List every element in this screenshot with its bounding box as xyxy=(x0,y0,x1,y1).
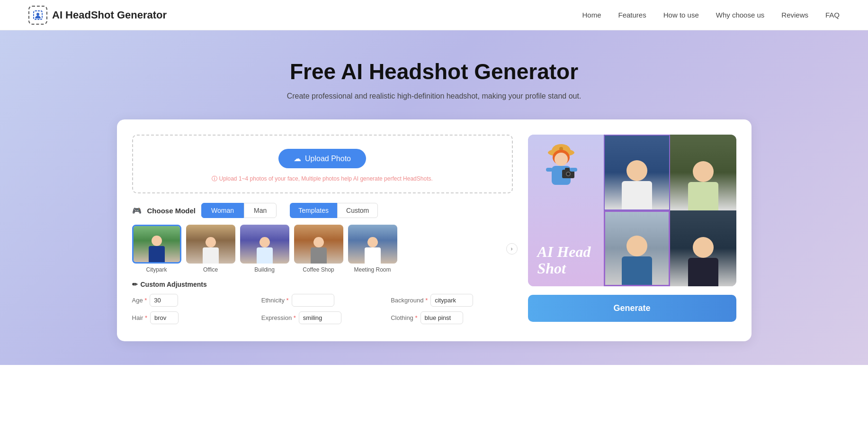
hero-section: Free AI Headshot Generator Create profes… xyxy=(0,30,868,365)
template-building-img xyxy=(240,225,289,264)
svg-point-11 xyxy=(567,173,570,175)
model-section-row: 🎮 Choose Model Woman Man Templates Custo… xyxy=(132,203,513,218)
headshot-grid: AI Head Shot xyxy=(528,135,736,286)
svg-point-6 xyxy=(555,153,568,166)
branding-cell: AI Head Shot xyxy=(528,135,604,286)
model-toggle: Woman Man xyxy=(201,203,277,218)
generate-button[interactable]: Generate xyxy=(528,295,736,322)
template-office-img xyxy=(186,225,235,264)
view-toggle: Templates Custom xyxy=(290,203,378,218)
right-panel: AI Head Shot xyxy=(528,135,736,324)
logo-text: AI HeadShot Generator xyxy=(52,9,167,21)
expression-field: Expression * xyxy=(261,311,383,324)
svg-point-1 xyxy=(36,13,39,16)
hair-field: Hair * xyxy=(132,311,254,324)
hero-subtitle: Create professional and realistic high-d… xyxy=(287,92,582,100)
ethnicity-input[interactable] xyxy=(292,294,334,307)
branding-text: AI Head Shot xyxy=(537,244,594,277)
model-icon: 🎮 xyxy=(132,206,142,215)
hair-label: Hair * xyxy=(132,314,148,321)
age-label: Age * xyxy=(132,297,147,304)
background-input[interactable] xyxy=(430,294,473,307)
model-woman-button[interactable]: Woman xyxy=(201,203,244,218)
nav-reviews[interactable]: Reviews xyxy=(781,11,808,19)
custom-button[interactable]: Custom xyxy=(337,203,378,218)
nav-how-to-use[interactable]: How to use xyxy=(663,11,699,19)
navbar: AI HeadShot Generator Home Features How … xyxy=(0,0,868,30)
template-meetingroom-img xyxy=(348,225,397,264)
age-input[interactable] xyxy=(150,294,178,307)
svg-rect-12 xyxy=(546,168,553,172)
adj-icon: ✏ xyxy=(132,281,138,288)
template-building[interactable]: Building xyxy=(240,225,289,273)
template-meetingroom-label: Meeting Room xyxy=(354,266,391,273)
svg-rect-9 xyxy=(565,168,570,171)
template-coffeeshop-img xyxy=(294,225,343,264)
upload-area: ☁ Upload Photo ⓘ Upload 1~4 photos of yo… xyxy=(132,135,513,193)
illustration xyxy=(533,139,590,191)
template-row: Citypark Office xyxy=(132,225,513,273)
template-office-label: Office xyxy=(203,266,218,273)
logo-icon xyxy=(28,6,47,25)
ethnicity-label: Ethnicity * xyxy=(261,297,289,304)
template-citypark-label: Citypark xyxy=(146,266,167,273)
clothing-label: Clothing * xyxy=(391,314,417,321)
template-coffeeshop[interactable]: Coffee Shop xyxy=(294,225,343,273)
left-panel: ☁ Upload Photo ⓘ Upload 1~4 photos of yo… xyxy=(132,135,513,324)
template-coffeeshop-label: Coffee Shop xyxy=(303,266,334,273)
nav-home[interactable]: Home xyxy=(582,11,601,19)
template-office[interactable]: Office xyxy=(186,225,235,273)
background-label: Background * xyxy=(391,297,428,304)
clothing-input[interactable] xyxy=(421,311,463,324)
template-building-label: Building xyxy=(254,266,275,273)
nav-why-choose-us[interactable]: Why choose us xyxy=(716,11,765,19)
template-citypark-img xyxy=(132,225,181,264)
background-field: Background * xyxy=(391,294,512,307)
logo-area: AI HeadShot Generator xyxy=(28,6,167,25)
adjustments-section: ✏ Custom Adjustments Age * Ethnicity xyxy=(132,281,513,324)
headshot-photo-1 xyxy=(604,135,670,210)
upload-hint: ⓘ Upload 1~4 photos of your face, Multip… xyxy=(212,175,433,183)
upload-button[interactable]: ☁ Upload Photo xyxy=(278,149,366,168)
svg-rect-13 xyxy=(570,168,577,172)
hair-input[interactable] xyxy=(150,311,179,324)
template-citypark[interactable]: Citypark xyxy=(132,225,181,273)
main-card: ☁ Upload Photo ⓘ Upload 1~4 photos of yo… xyxy=(117,119,752,341)
headshot-photo-3 xyxy=(604,210,670,286)
template-meetingroom[interactable]: Meeting Room xyxy=(348,225,397,273)
clothing-field: Clothing * xyxy=(391,311,512,324)
model-man-button[interactable]: Man xyxy=(244,203,277,218)
nav-faq[interactable]: FAQ xyxy=(825,11,840,19)
ethnicity-field: Ethnicity * xyxy=(261,294,383,307)
adjustments-grid: Age * Ethnicity * xyxy=(132,294,513,324)
template-next-arrow[interactable]: › xyxy=(506,243,518,255)
templates-button[interactable]: Templates xyxy=(290,203,337,218)
adjustments-label: ✏ Custom Adjustments xyxy=(132,281,513,288)
model-section-label: Choose Model xyxy=(147,207,196,215)
hero-title: Free AI Headshot Generator xyxy=(290,59,578,84)
age-field: Age * xyxy=(132,294,254,307)
upload-icon: ☁ xyxy=(294,154,301,163)
upload-button-label: Upload Photo xyxy=(305,155,351,163)
headshot-photo-2 xyxy=(670,135,736,210)
expression-label: Expression * xyxy=(261,314,296,321)
headshot-photo-4 xyxy=(670,210,736,286)
nav-links: Home Features How to use Why choose us R… xyxy=(582,11,840,19)
nav-features[interactable]: Features xyxy=(618,11,646,19)
expression-input[interactable] xyxy=(299,311,341,324)
